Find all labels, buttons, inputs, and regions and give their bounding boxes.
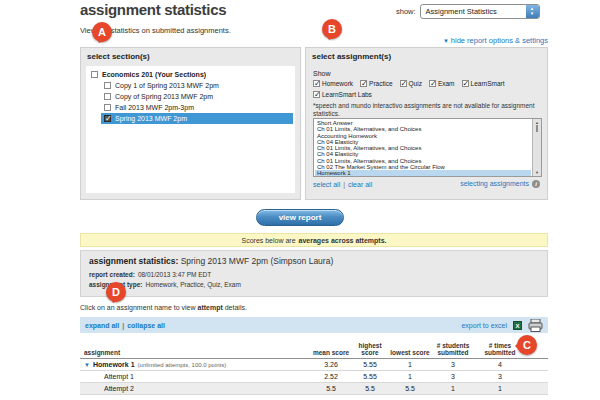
click-instruction: Click on an assignment name to view atte… [80, 304, 247, 311]
checkbox-checked[interactable] [360, 80, 367, 87]
table-row-homework: ▼ Homework 1 (unlimited attempts, 100.0 … [80, 359, 548, 371]
assignments-listbox: Short Answer Ch 01 Limits, Alternatives,… [313, 118, 542, 177]
col-mean-score: mean score [312, 349, 350, 358]
hide-report-options-link[interactable]: ▼hide report options & settings [443, 36, 548, 45]
section-row[interactable]: Copy 1 of Spring 2013 MWF 2pm [101, 80, 293, 91]
expand-all-link[interactable]: expand all [85, 322, 119, 329]
checkbox-checked[interactable] [400, 80, 407, 87]
assignments-panel-links: select all|clear all selecting assignmen… [313, 180, 540, 188]
select-all-link[interactable]: select all [313, 181, 340, 188]
clear-all-link[interactable]: clear all [348, 181, 372, 188]
scroll-down-icon[interactable]: ▼ [535, 169, 539, 176]
availability-note: *speech and mundo interactivo assignment… [313, 102, 539, 117]
assignments-panel-title: select assignment(s) [306, 48, 547, 63]
statistics-table: assignment mean score highest score lowe… [80, 333, 548, 395]
report-type-select[interactable]: Assignment Statistics ▲▼ [420, 4, 540, 19]
checkbox[interactable] [91, 71, 98, 78]
excel-icon[interactable]: X [513, 321, 522, 330]
page-title: assignment statistics [80, 1, 226, 18]
section-children: Copy 1 of Spring 2013 MWF 2pm Copy of Sp… [101, 80, 293, 124]
assignment-option-selected[interactable]: Homework 1 [315, 170, 531, 176]
triangle-down-icon: ▼ [443, 38, 449, 44]
section-row[interactable]: Fall 2013 MWF 2pm-3pm [101, 102, 293, 113]
collapse-row-icon[interactable]: ▼ [84, 362, 90, 368]
col-assignment: assignment [80, 349, 312, 358]
selecting-assignments-link[interactable]: selecting assignments [460, 180, 529, 187]
section-row[interactable]: Copy of Spring 2013 MWF 2pm [101, 91, 293, 102]
select-arrows-icon: ▲▼ [526, 5, 539, 18]
report-created: report created:08/01/2013 3:47 PM EDT [89, 271, 539, 278]
assignment-details: (unlimited attempts, 100.0 points) [138, 362, 227, 368]
checkbox-checked[interactable] [462, 80, 469, 87]
filter-homework[interactable]: Homework [313, 80, 353, 87]
table-row-attempt-1: Attempt 1 2.52 5.55 1 3 3 [80, 371, 548, 383]
table-toolbar: expand all|collapse all export to excel … [80, 317, 548, 333]
collapse-all-link[interactable]: collapse all [127, 322, 165, 329]
filter-exam[interactable]: Exam [429, 80, 455, 87]
scrollbar-thumb[interactable] [536, 125, 538, 132]
assignment-statistics-page: assignment statistics show: Assignment S… [0, 0, 600, 400]
col-highest-score: highest score [350, 342, 390, 358]
col-students-submitted: # students submitted [430, 342, 476, 358]
annotation-d: D [106, 282, 126, 302]
annotation-c: C [517, 335, 537, 355]
report-type-value: Assignment Statistics [426, 7, 497, 16]
show-filter-label: Show [313, 70, 331, 77]
checkbox-checked[interactable] [313, 91, 320, 98]
annotation-a: A [92, 22, 112, 42]
select-sections-panel: select section(s) Economics 201 (Your Se… [80, 47, 301, 200]
export-to-excel-link[interactable]: export to excel [461, 322, 507, 329]
sections-tree: Economics 201 (Your Sections) Copy 1 of … [86, 66, 295, 193]
filter-quiz[interactable]: Quiz [400, 80, 422, 87]
assignment-type-filters: Homework Practice Quiz Exam LearnSmart [313, 80, 505, 87]
table-header-row: assignment mean score highest score lowe… [80, 333, 548, 359]
checkbox-checked[interactable] [313, 80, 320, 87]
report-summary-panel: assignment statistics: Spring 2013 MWF 2… [80, 250, 548, 297]
section-group-row[interactable]: Economics 201 (Your Sections) [88, 69, 293, 80]
show-control: show: Assignment Statistics ▲▼ [396, 4, 540, 19]
assignment-name-link[interactable]: Homework 1 [93, 361, 135, 368]
filter-learnsmart[interactable]: LearnSmart [462, 80, 505, 87]
printer-icon[interactable] [528, 319, 543, 332]
checkbox[interactable] [104, 104, 111, 111]
info-icon[interactable]: i [532, 180, 540, 188]
averages-notice-bar: Scores below areaverages across attempts… [80, 233, 548, 247]
annotation-b: B [322, 19, 342, 39]
scrollbar[interactable]: ▲ ▼ [532, 119, 541, 176]
col-lowest-score: lowest score [390, 349, 430, 358]
checkbox[interactable] [104, 82, 111, 89]
filter-learnsmart-labs[interactable]: LearnSmart Labs [313, 91, 372, 98]
checkbox-checked[interactable] [104, 115, 111, 122]
report-title: assignment statistics: Spring 2013 MWF 2… [89, 256, 539, 266]
sections-panel-title: select section(s) [81, 48, 300, 63]
checkbox[interactable] [104, 93, 111, 100]
table-row-attempt-2: Attempt 2 5.5 5.5 5.5 1 1 [80, 383, 548, 395]
checkbox-checked[interactable] [429, 80, 436, 87]
show-label: show: [396, 7, 416, 16]
view-report-button[interactable]: view report [256, 209, 344, 226]
select-assignments-panel: select assignment(s) Show Homework Pract… [305, 47, 548, 200]
filter-practice[interactable]: Practice [360, 80, 392, 87]
section-row-selected[interactable]: Spring 2013 MWF 2pm [101, 113, 293, 124]
report-assignment-type: assignment type:Homework, Practice, Quiz… [89, 281, 539, 288]
